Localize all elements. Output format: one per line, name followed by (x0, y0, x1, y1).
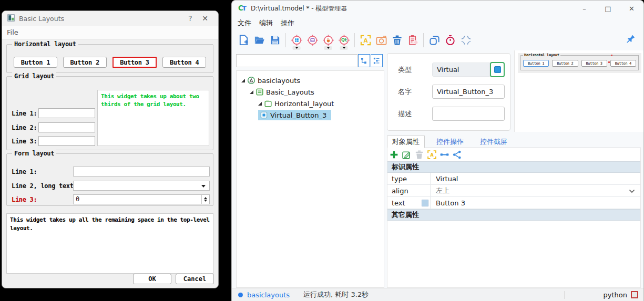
capture-region-icon[interactable]: A (357, 32, 373, 49)
spin-down-icon[interactable] (204, 200, 207, 203)
red-marker (608, 61, 610, 63)
close-icon[interactable]: ✕ (197, 14, 213, 23)
locate-windows-icon[interactable] (289, 32, 304, 49)
group-title: Horizontal layout (12, 40, 78, 48)
new-file-icon[interactable] (236, 32, 251, 49)
status-language: python (604, 291, 627, 299)
property-value: Button 3 (431, 197, 640, 209)
spin-buttons[interactable] (201, 195, 209, 204)
expander-icon[interactable] (248, 90, 255, 94)
button-3-highlighted[interactable]: Button 3 (113, 57, 157, 68)
tab-control-screenshot[interactable]: 控件截屏 (475, 136, 512, 148)
expander-icon[interactable] (257, 102, 263, 106)
form-layout-group: Form layout Line 1: Line 2, long text: L… (6, 153, 213, 206)
name-input[interactable]: Virtual_Button_3 (432, 85, 505, 99)
status-project[interactable]: basiclayouts (247, 291, 290, 299)
maximize-button[interactable]: □ (596, 1, 620, 16)
tab-object-properties[interactable]: 对象属性 (387, 136, 425, 148)
locate-java-icon[interactable] (320, 32, 336, 49)
button-4[interactable]: Button 4 (162, 57, 206, 68)
property-key: text (387, 197, 431, 209)
property-value: Virtual (431, 173, 640, 184)
property-row-text[interactable]: text Button 3 (387, 197, 640, 209)
spin-up-icon[interactable] (204, 195, 207, 199)
property-row-align[interactable]: align 左上 (387, 185, 640, 197)
tree-expand-button[interactable] (371, 54, 383, 67)
link-icon[interactable] (426, 32, 442, 49)
dropdown-arrow-icon[interactable] (324, 46, 332, 50)
desc-label: 描述 (398, 109, 412, 119)
help-button[interactable]: ? (183, 14, 197, 23)
minimize-button[interactable]: – (573, 1, 596, 16)
type-picker-button[interactable] (490, 62, 505, 77)
preview-screenshot: Horizontal layout Button 1 Button 2 Butt… (518, 53, 641, 73)
save-icon[interactable] (267, 32, 283, 49)
close-button[interactable]: ✕ (620, 1, 643, 16)
layout-node-icon (264, 99, 272, 108)
spread-icon[interactable] (458, 32, 474, 49)
bottom-note-textarea[interactable]: This widget takes up all the remaining s… (6, 213, 213, 274)
tree-node-virtual-button-3[interactable]: Virtual_Button_3 (237, 109, 384, 121)
paste-model-icon[interactable] (405, 32, 421, 49)
delete-property-icon (414, 150, 424, 160)
dropdown-arrow-icon[interactable] (340, 46, 348, 50)
left-titlebar[interactable]: Basic Layouts ? ✕ (2, 11, 218, 26)
button-node-icon (260, 111, 268, 119)
open-folder-icon[interactable] (251, 32, 267, 49)
delete-icon[interactable] (389, 32, 405, 49)
tree-node-horizontal-layout[interactable]: Horizontal_layout (237, 98, 384, 109)
line3-input[interactable] (38, 136, 95, 146)
ct-logo-icon: CT (238, 4, 247, 14)
menu-caozuo[interactable]: 操作 (281, 18, 294, 28)
svg-text:Qt: Qt (341, 37, 347, 43)
edit-property-icon[interactable] (402, 150, 412, 160)
menu-file[interactable]: File (7, 28, 18, 36)
button-glyph-icon (494, 66, 501, 73)
form-line1-input[interactable] (73, 167, 210, 177)
line1-input[interactable] (38, 108, 95, 118)
button-1[interactable]: Button 1 (14, 57, 57, 68)
timer-icon[interactable] (442, 32, 458, 49)
share-icon[interactable] (452, 150, 462, 160)
tree-node-basiclayouts[interactable]: basiclayouts (237, 75, 384, 86)
add-property-icon[interactable] (389, 150, 399, 160)
expander-icon[interactable] (240, 79, 247, 82)
capture-property-icon[interactable]: A (427, 150, 437, 160)
desc-input[interactable] (432, 107, 505, 121)
toolbar-separator (285, 33, 286, 47)
property-row-type[interactable]: type Virtual (387, 173, 640, 185)
form-line2-combobox[interactable] (73, 181, 210, 191)
tree-node-label: Horizontal_layout (274, 100, 334, 108)
pin-icon[interactable] (624, 33, 637, 48)
anchor-link-icon[interactable] (439, 150, 449, 160)
status-dot-icon (238, 293, 243, 297)
svg-text:A: A (363, 37, 368, 44)
ok-button[interactable]: OK (133, 274, 171, 284)
app-icon (7, 14, 15, 24)
toolbar: Qt A (232, 29, 643, 51)
dropdown-arrow-icon[interactable] (293, 46, 301, 50)
selected-tree-node[interactable]: Virtual_Button_3 (258, 110, 331, 120)
toolbar-separator (423, 33, 424, 47)
locate-qt-icon[interactable]: Qt (336, 32, 352, 49)
menu-bianji[interactable]: 编辑 (259, 18, 273, 28)
record-indicator[interactable] (631, 291, 638, 298)
tree-node-basic-layouts[interactable]: Basic_Layouts (237, 86, 384, 98)
camera-icon[interactable] (373, 32, 389, 49)
line2-input[interactable] (38, 122, 95, 132)
right-window-title: D:\virtual.tmodel * - 模型管理器 (251, 4, 347, 13)
tab-control-operations[interactable]: 控件操作 (432, 136, 468, 148)
grid-note-textarea[interactable]: This widget takes up about two thirds of… (97, 90, 209, 146)
tree-collapse-button[interactable] (358, 54, 370, 67)
menu-wenjian[interactable]: 文件 (238, 18, 251, 28)
button-2[interactable]: Button 2 (63, 57, 107, 68)
preview-button-2: Button 2 (552, 60, 578, 67)
cancel-button[interactable]: Cancel (176, 274, 214, 284)
form-line3-spinbox[interactable]: 0 (73, 194, 210, 204)
property-group-header: 标识属性 (387, 161, 640, 173)
group-title: Grid layout (12, 72, 56, 80)
tree-search-input[interactable] (236, 54, 357, 67)
right-titlebar[interactable]: CT D:\virtual.tmodel * - 模型管理器 – □ ✕ (232, 1, 643, 16)
chevron-down-icon[interactable] (629, 187, 635, 195)
locate-image-icon[interactable] (304, 32, 320, 49)
